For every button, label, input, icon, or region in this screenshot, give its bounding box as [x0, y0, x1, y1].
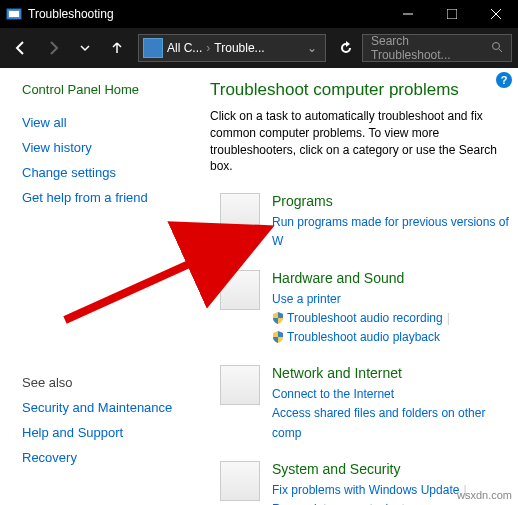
- task-link[interactable]: Connect to the Internet: [272, 387, 394, 401]
- search-input[interactable]: Search Troubleshoot...: [362, 34, 512, 62]
- search-icon: [491, 41, 503, 56]
- svg-point-6: [493, 42, 500, 49]
- task-link[interactable]: Run programs made for previous versions …: [272, 215, 509, 248]
- forward-button[interactable]: [38, 33, 68, 63]
- app-icon: [6, 6, 22, 22]
- main-panel: ? Troubleshoot computer problems Click o…: [210, 68, 518, 505]
- task-link[interactable]: Use a printer: [272, 292, 341, 306]
- breadcrumb-seg[interactable]: Trouble...: [214, 41, 264, 55]
- category-links: Use a printerTroubleshoot audio recordin…: [272, 290, 510, 348]
- close-button[interactable]: [474, 0, 518, 28]
- category: Hardware and SoundUse a printerTroublesh…: [210, 270, 510, 348]
- breadcrumb[interactable]: All C... › Trouble... ⌄: [138, 34, 326, 62]
- category-title[interactable]: Network and Internet: [272, 365, 510, 381]
- svg-rect-1: [9, 11, 19, 17]
- sidebar-link[interactable]: Get help from a friend: [22, 190, 210, 205]
- navbar: All C... › Trouble... ⌄ Search Troublesh…: [0, 28, 518, 68]
- category-icon: [220, 270, 260, 310]
- category: ProgramsRun programs made for previous v…: [210, 193, 510, 251]
- category-icon: [220, 461, 260, 501]
- control-panel-home[interactable]: Control Panel Home: [22, 82, 210, 97]
- task-link[interactable]: Troubleshoot audio playback: [287, 330, 440, 344]
- see-also-link[interactable]: Recovery: [22, 450, 172, 465]
- window-title: Troubleshooting: [28, 7, 114, 21]
- watermark: wsxdn.com: [457, 489, 512, 501]
- see-also: See also Security and Maintenance Help a…: [22, 375, 172, 475]
- minimize-button[interactable]: [386, 0, 430, 28]
- shield-icon: [272, 311, 284, 323]
- task-link[interactable]: Access shared files and folders on other…: [272, 406, 485, 439]
- back-button[interactable]: [6, 33, 36, 63]
- see-also-link[interactable]: Help and Support: [22, 425, 172, 440]
- category-icon: [220, 365, 260, 405]
- up-button[interactable]: [102, 33, 132, 63]
- maximize-button[interactable]: [430, 0, 474, 28]
- page-title: Troubleshoot computer problems: [210, 80, 510, 100]
- chevron-down-icon[interactable]: ⌄: [299, 41, 325, 55]
- sidebar-link[interactable]: View all: [22, 115, 210, 130]
- task-link[interactable]: Troubleshoot audio recording: [287, 311, 443, 325]
- category-icon: [220, 193, 260, 233]
- search-placeholder: Search Troubleshoot...: [371, 34, 491, 62]
- category-links: Connect to the InternetAccess shared fil…: [272, 385, 510, 443]
- category-title[interactable]: System and Security: [272, 461, 510, 477]
- category-title[interactable]: Programs: [272, 193, 510, 209]
- sidebar-link[interactable]: View history: [22, 140, 210, 155]
- page-description: Click on a task to automatically trouble…: [210, 108, 510, 175]
- breadcrumb-seg[interactable]: All C...: [167, 41, 202, 55]
- see-also-header: See also: [22, 375, 172, 390]
- see-also-link[interactable]: Security and Maintenance: [22, 400, 172, 415]
- dropdown-nav-button[interactable]: [70, 33, 100, 63]
- category: Network and InternetConnect to the Inter…: [210, 365, 510, 443]
- category-title[interactable]: Hardware and Sound: [272, 270, 510, 286]
- svg-line-7: [499, 49, 502, 52]
- sidebar-link[interactable]: Change settings: [22, 165, 210, 180]
- help-icon[interactable]: ?: [496, 72, 512, 88]
- refresh-button[interactable]: [332, 34, 360, 62]
- location-icon: [143, 38, 163, 58]
- chevron-right-icon: ›: [206, 41, 210, 55]
- svg-rect-3: [447, 9, 457, 19]
- category-links: Run programs made for previous versions …: [272, 213, 510, 251]
- shield-icon: [272, 330, 284, 342]
- titlebar: Troubleshooting: [0, 0, 518, 28]
- task-link[interactable]: Fix problems with Windows Update: [272, 483, 459, 497]
